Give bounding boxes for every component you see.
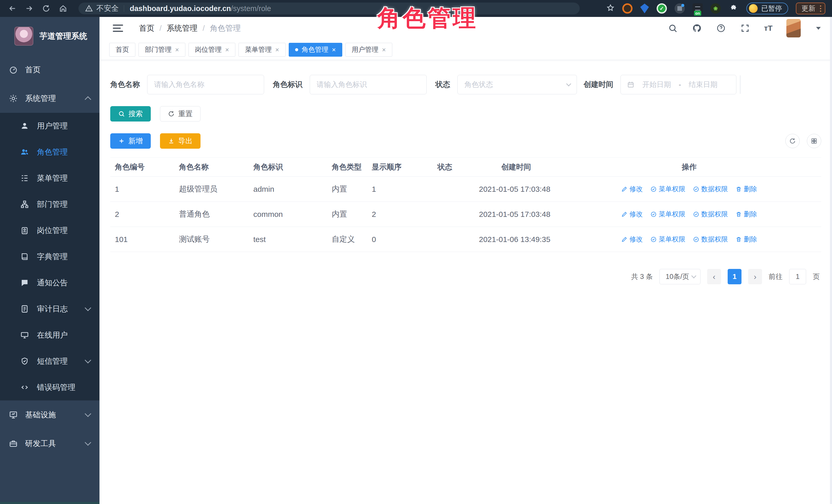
column-settings-button[interactable] [807,134,821,148]
extension-icon[interactable]: ❀ [710,3,721,14]
sidebar-item-dict[interactable]: 字典管理 [0,243,100,270]
table-row[interactable]: 2 普通角色 common 内置 2 2021-01-05 17:03:48 修… [110,202,821,227]
search-button[interactable]: 搜索 [110,106,151,122]
extension-icon[interactable] [622,3,632,14]
sidebar-item-audit-log[interactable]: 审计日志 [0,296,100,322]
menu-permission-link[interactable]: 菜单权限 [650,235,685,244]
help-icon[interactable] [716,23,726,33]
sidebar-item-sms[interactable]: 短信管理 [0,348,100,374]
page-scrollbar[interactable] [830,17,832,504]
close-icon[interactable]: × [382,46,386,53]
security-label: 不安全 [97,3,119,14]
main-area: 首页 / 系统管理 / 角色管理 тT 首页 部门管理× 岗位管理× 菜单管理×… [100,17,832,504]
close-icon[interactable]: × [175,46,179,53]
extension-icon[interactable]: ✓ [657,3,667,14]
edit-link[interactable]: 修改 [621,185,643,193]
book-icon [20,252,29,261]
add-button[interactable]: 新增 [110,133,151,149]
tab-menus[interactable]: 菜单管理× [238,43,285,57]
date-separator: - [679,80,681,89]
page-size-select[interactable]: 10条/页 [659,269,700,284]
goto-unit-label: 页 [813,272,820,281]
hamburger-icon[interactable] [113,25,123,32]
sidebar-item-label: 研发工具 [25,439,56,449]
close-icon[interactable]: × [275,46,279,53]
back-icon[interactable] [7,3,18,14]
breadcrumb-home[interactable]: 首页 [139,23,154,33]
data-permission-link[interactable]: 数据权限 [693,235,728,244]
sidebar-item-error-codes[interactable]: 错误码管理 [0,374,100,400]
role-key-input[interactable] [310,75,427,94]
sidebar-item-label: 短信管理 [37,356,68,367]
data-permission-link[interactable]: 数据权限 [693,185,728,193]
table-row[interactable]: 1 超级管理员 admin 内置 1 2021-01-05 17:03:48 修… [110,177,821,202]
data-permission-link[interactable]: 数据权限 [693,210,728,219]
reload-icon[interactable] [41,3,52,14]
sidebar-item-home[interactable]: 首页 [0,55,100,84]
menu-permission-link[interactable]: 菜单权限 [650,210,685,219]
sidebar-item-posts[interactable]: 岗位管理 [0,217,100,243]
menu-permission-link[interactable]: 菜单权限 [650,185,685,193]
bookmark-star-icon[interactable] [606,4,615,13]
delete-link-label: 删除 [744,185,757,193]
tab-users[interactable]: 用户管理× [345,43,392,57]
sidebar-item-users[interactable]: 用户管理 [0,113,100,139]
edit-link[interactable]: 修改 [621,210,643,219]
sidebar-item-dev-tools[interactable]: 研发工具 [0,429,100,458]
avatar-caret-icon[interactable] [816,27,821,30]
forward-icon[interactable] [24,3,35,14]
tab-departments[interactable]: 部门管理× [138,43,185,57]
avatar[interactable] [786,19,801,37]
fullscreen-icon[interactable] [740,23,750,33]
tab-posts[interactable]: 岗位管理× [188,43,235,57]
sidebar-item-roles[interactable]: 角色管理 [0,139,100,165]
cell-role-id: 101 [110,235,174,244]
delete-link[interactable]: 删除 [735,185,757,193]
tags-view-bar: 首页 部门管理× 岗位管理× 菜单管理× 角色管理× 用户管理× [100,39,832,60]
sidebar-item-label: 通知公告 [37,277,68,288]
extension-icon[interactable] [675,3,685,14]
app-logo-row[interactable]: 芋道管理系统 [0,17,100,55]
sidebar-item-infrastructure[interactable]: 基础设施 [0,400,100,429]
close-icon[interactable]: × [225,46,229,53]
search-icon[interactable] [668,23,678,33]
tab-roles[interactable]: 角色管理× [289,43,342,57]
refresh-table-button[interactable] [785,134,800,148]
sidebar-item-label: 系统管理 [25,93,56,104]
home-icon[interactable] [57,3,69,14]
extension-icon[interactable] [640,4,649,13]
delete-link[interactable]: 删除 [735,210,757,219]
status-select[interactable]: 角色状态 [458,75,577,94]
browser-menu-icon[interactable] [820,5,821,12]
sidebar-item-notice[interactable]: 通知公告 [0,270,100,296]
sidebar-item-online-users[interactable]: 在线用户 [0,322,100,348]
browser-update-button[interactable]: 更新 [796,3,825,15]
delete-link[interactable]: 删除 [735,235,757,244]
next-page-button[interactable]: › [748,269,762,284]
date-range-picker[interactable]: 开始日期 - 结束日期 [621,75,736,94]
sidebar-item-departments[interactable]: 部门管理 [0,191,100,217]
column-header: 操作 [557,162,821,172]
sidebar-item-menus[interactable]: 菜单管理 [0,165,100,191]
column-header: 状态 [433,162,475,172]
prev-page-button[interactable]: ‹ [707,269,721,284]
address-bar[interactable]: 不安全 dashboard.yudao.iocoder.cn/system/ro… [78,3,580,15]
edit-link[interactable]: 修改 [621,235,643,244]
current-page-button[interactable]: 1 [728,269,742,284]
goto-page-input[interactable] [789,269,806,284]
github-icon[interactable] [692,23,702,33]
reset-button[interactable]: 重置 [160,106,201,122]
tab-home[interactable]: 首页 [109,43,135,57]
profile-paused-chip[interactable]: 已暂停 [746,3,788,15]
breadcrumb-current: 角色管理 [210,23,241,33]
font-size-icon[interactable]: тT [764,24,773,32]
extension-icon[interactable]: on [693,3,703,14]
breadcrumb-system[interactable]: 系统管理 [167,23,198,33]
table-row[interactable]: 101 测试账号 test 自定义 0 2021-01-06 13:49:35 … [110,227,821,252]
export-button[interactable]: 导出 [160,133,201,149]
sidebar-item-system[interactable]: 系统管理 [0,84,100,113]
close-icon[interactable]: × [332,46,336,53]
column-header: 角色标识 [249,162,327,172]
extensions-puzzle-icon[interactable] [728,3,739,14]
role-name-input[interactable] [147,75,264,94]
